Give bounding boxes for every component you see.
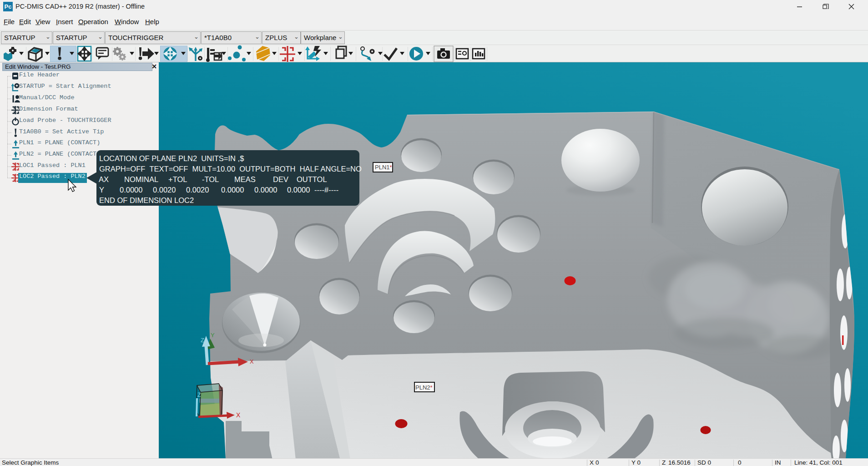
svg-text:Z: Z [201,337,204,344]
svg-text:X: X [250,358,254,365]
svg-text:PLN1*: PLN1* [375,164,392,171]
svg-text:PLN2*: PLN2* [415,384,433,391]
svg-text:Y: Y [211,332,215,339]
svg-text:Z: Z [197,392,201,398]
svg-text:X: X [236,411,241,419]
